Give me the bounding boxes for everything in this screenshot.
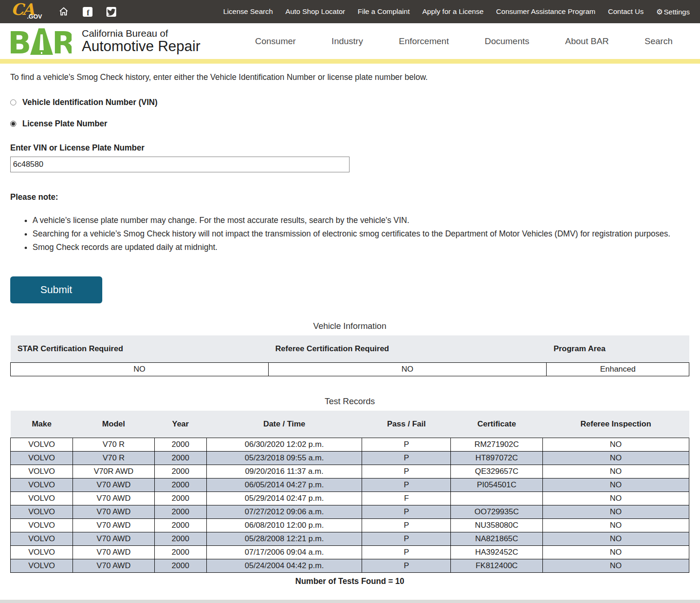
- cell-datetime: 06/30/2020 12:02 p.m.: [206, 438, 362, 452]
- intro-text: To find a vehicle’s Smog Check history, …: [10, 72, 689, 82]
- main-nav-documents[interactable]: Documents: [485, 36, 529, 46]
- home-icon[interactable]: [59, 7, 69, 17]
- cell-year: 2000: [154, 559, 206, 573]
- main-nav-industry[interactable]: Industry: [331, 36, 363, 46]
- plate-radio-label[interactable]: License Plate Number: [22, 119, 107, 129]
- vin-radio[interactable]: [10, 99, 16, 105]
- top-nav-settings[interactable]: ⚙Settings: [656, 7, 690, 16]
- cell-model: V70 R: [73, 438, 154, 452]
- table-row: VOLVO V70 R 2000 05/23/2018 09:55 a.m. P…: [11, 452, 689, 465]
- cell-certificate: QE329657C: [451, 465, 542, 478]
- svg-text:B: B: [9, 27, 31, 56]
- cell-referee: NO: [542, 492, 689, 505]
- cell-make: VOLVO: [11, 452, 73, 465]
- cell-year: 2000: [154, 478, 206, 492]
- cell-passfail: P: [362, 519, 451, 532]
- vi-header-referee: Referee Certification Required: [268, 335, 547, 363]
- cell-model: V70 AWD: [73, 519, 154, 532]
- cell-year: 2000: [154, 438, 206, 452]
- vin-radio-label[interactable]: Vehicle Identification Number (VIN): [22, 98, 158, 107]
- bar-logo-link[interactable]: B R California Bureau of Automotive Repa…: [9, 27, 200, 56]
- note-title: Please note:: [10, 192, 689, 202]
- cell-passfail: P: [362, 478, 451, 492]
- vehicle-info-value-row: NO NO Enhanced: [11, 363, 689, 376]
- cell-datetime: 06/05/2014 04:27 p.m.: [206, 478, 362, 492]
- facebook-icon[interactable]: f: [82, 7, 92, 17]
- cell-model: V70 R: [73, 452, 154, 465]
- yellow-accent-bar: [0, 59, 700, 64]
- plate-radio[interactable]: [10, 121, 16, 127]
- table-row: VOLVO V70 AWD 2000 07/27/2012 09:06 a.m.…: [11, 505, 689, 519]
- cell-make: VOLVO: [11, 478, 73, 492]
- vin-radio-row: Vehicle Identification Number (VIN): [10, 98, 689, 107]
- tr-header-passfail: Pass / Fail: [362, 411, 451, 438]
- cell-certificate: NU358080C: [451, 519, 542, 532]
- cell-model: V70 AWD: [73, 492, 154, 505]
- top-nav-license-search[interactable]: License Search: [223, 7, 273, 16]
- table-row: VOLVO V70R AWD 2000 09/20/2016 11:37 a.m…: [11, 465, 689, 478]
- tr-header-model: Model: [73, 411, 154, 438]
- cell-passfail: P: [362, 546, 451, 559]
- vi-value-program-area: Enhanced: [547, 363, 689, 376]
- cell-referee: NO: [542, 478, 689, 492]
- cell-datetime: 05/29/2014 02:47 p.m.: [206, 492, 362, 505]
- cell-passfail: P: [362, 505, 451, 519]
- top-nav-contact-us[interactable]: Contact Us: [608, 7, 644, 16]
- cell-model: V70 AWD: [73, 532, 154, 546]
- tr-header-make: Make: [11, 411, 73, 438]
- main-nav-about-bar[interactable]: About BAR: [565, 36, 609, 46]
- cell-datetime: 06/08/2010 12:00 p.m.: [206, 519, 362, 532]
- cagov-logo[interactable]: CA .GOV: [9, 1, 50, 22]
- cell-make: VOLVO: [11, 438, 73, 452]
- svg-text:R: R: [52, 27, 72, 56]
- top-nav-apply-for-license[interactable]: Apply for a License: [423, 7, 484, 16]
- plate-radio-row: License Plate Number: [10, 119, 689, 129]
- main-nav-search[interactable]: Search: [645, 36, 673, 46]
- cell-make: VOLVO: [11, 559, 73, 573]
- submit-button[interactable]: Submit: [10, 276, 102, 303]
- cell-datetime: 05/28/2008 12:21 p.m.: [206, 532, 362, 546]
- top-nav-consumer-assistance[interactable]: Consumer Assistance Program: [496, 7, 595, 16]
- cell-year: 2000: [154, 492, 206, 505]
- cell-model: V70 AWD: [73, 546, 154, 559]
- table-row: VOLVO V70 AWD 2000 06/08/2010 12:00 p.m.…: [11, 519, 689, 532]
- cell-year: 2000: [154, 532, 206, 546]
- top-nav: License Search Auto Shop Locator File a …: [223, 7, 690, 16]
- site-header: B R California Bureau of Automotive Repa…: [0, 23, 700, 59]
- table-row: VOLVO V70 AWD 2000 05/29/2014 02:47 p.m.…: [11, 492, 689, 505]
- cell-datetime: 09/20/2016 11:37 a.m.: [206, 465, 362, 478]
- cell-model: V70 AWD: [73, 478, 154, 492]
- tr-header-certificate: Certificate: [451, 411, 542, 438]
- top-nav-auto-shop-locator[interactable]: Auto Shop Locator: [285, 7, 345, 16]
- twitter-icon[interactable]: [106, 7, 116, 17]
- test-records-title: Test Records: [10, 396, 689, 406]
- cell-passfail: P: [362, 532, 451, 546]
- table-row: VOLVO V70 AWD 2000 05/28/2008 12:21 p.m.…: [11, 532, 689, 546]
- vin-input[interactable]: [10, 157, 350, 172]
- main-nav: Consumer Industry Enforcement Documents …: [255, 36, 673, 46]
- note-list: A vehicle’s license plate number may cha…: [33, 214, 689, 254]
- top-nav-file-a-complaint[interactable]: File a Complaint: [358, 7, 410, 16]
- cell-datetime: 07/27/2012 09:06 a.m.: [206, 505, 362, 519]
- cell-passfail: P: [362, 465, 451, 478]
- main-content: To find a vehicle’s Smog Check history, …: [0, 72, 700, 603]
- table-row: VOLVO V70 R 2000 06/30/2020 12:02 p.m. P…: [11, 438, 689, 452]
- cell-make: VOLVO: [11, 505, 73, 519]
- vi-value-star: NO: [11, 363, 269, 376]
- main-nav-consumer[interactable]: Consumer: [255, 36, 296, 46]
- main-nav-enforcement[interactable]: Enforcement: [399, 36, 449, 46]
- table-row: VOLVO V70 AWD 2000 07/17/2006 09:04 a.m.…: [11, 546, 689, 559]
- cell-year: 2000: [154, 519, 206, 532]
- tr-header-year: Year: [154, 411, 206, 438]
- vi-value-referee: NO: [268, 363, 547, 376]
- test-records-table: Make Model Year Date / Time Pass / Fail …: [10, 411, 689, 573]
- vi-header-program-area: Program Area: [547, 335, 689, 363]
- table-row: VOLVO V70 AWD 2000 05/24/2004 04:42 p.m.…: [11, 559, 689, 573]
- cell-model: V70R AWD: [73, 465, 154, 478]
- test-records-header-row: Make Model Year Date / Time Pass / Fail …: [11, 411, 689, 438]
- svg-text:f: f: [86, 8, 89, 17]
- cell-certificate: RM271902C: [451, 438, 542, 452]
- cell-referee: NO: [542, 505, 689, 519]
- cell-datetime: 07/17/2006 09:04 a.m.: [206, 546, 362, 559]
- cell-certificate: HA392452C: [451, 546, 542, 559]
